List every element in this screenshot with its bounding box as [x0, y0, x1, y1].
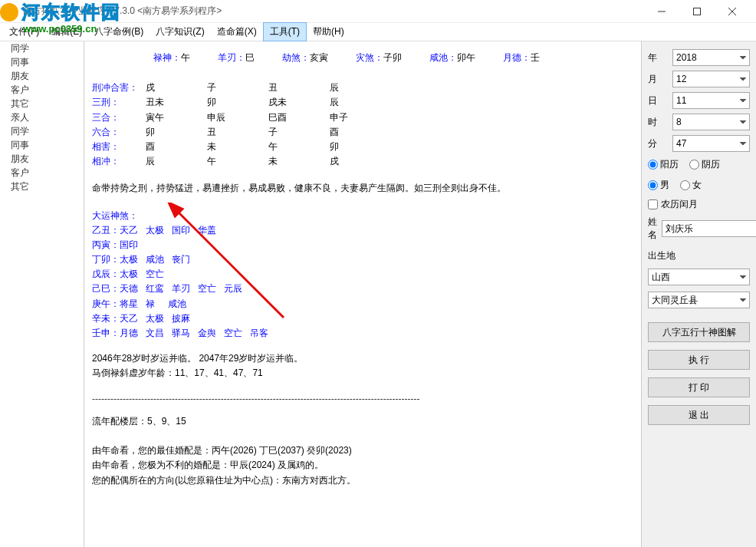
- solar-radio[interactable]: 阳历: [648, 158, 679, 171]
- close-button[interactable]: [715, 0, 750, 23]
- sidebar-item[interactable]: 亲人: [0, 110, 84, 124]
- female-radio[interactable]: 女: [680, 179, 702, 192]
- app-icon: [6, 5, 18, 18]
- leap-month-checkbox[interactable]: [648, 199, 658, 209]
- name-label: 姓名: [648, 216, 657, 242]
- maximize-button[interactable]: [679, 0, 715, 23]
- male-radio[interactable]: 男: [648, 179, 669, 192]
- minimize-button[interactable]: [644, 0, 679, 23]
- sidebar-item[interactable]: 客户: [0, 166, 84, 180]
- main-content: 禄神：午 羊刃：巳 劫煞：亥寅 灾煞：子卯 咸池：卯午 月德：壬 刑冲合害：戌子…: [84, 41, 641, 547]
- menubar: 文件(F) 编辑(E) 八字命例(B) 八字知识(Z) 造命篇(X) 工具(T)…: [0, 23, 756, 41]
- lunar-radio[interactable]: 阴历: [689, 158, 720, 171]
- sidebar-item[interactable]: 客户: [0, 83, 84, 97]
- day-select[interactable]: 11: [672, 92, 750, 109]
- minute-label: 分: [648, 137, 668, 150]
- dayun-lines: 乙丑：天乙 太极 国印 华盖丙寅：国印丁卯：太极 咸池 丧门戊辰：太极 空亡己巳…: [92, 223, 635, 341]
- name-input[interactable]: [662, 220, 756, 237]
- shensha-row: 禄神：午 羊刃：巳 劫煞：亥寅 灾煞：子卯 咸池：卯午 月德：壬: [92, 51, 635, 65]
- minute-select[interactable]: 47: [672, 135, 750, 152]
- county-select[interactable]: 大同灵丘县: [648, 292, 750, 308]
- month-label: 月: [648, 73, 668, 86]
- sidebar-item[interactable]: 同学: [0, 41, 84, 55]
- menu-tools[interactable]: 工具(T): [263, 22, 307, 41]
- sidebar-item[interactable]: 朋友: [0, 152, 84, 166]
- titlebar: 南方排八字专业程序 V7.3.0 <南方易学系列程序>: [0, 0, 756, 23]
- menu-edit[interactable]: 编辑(E): [45, 23, 88, 41]
- year-select[interactable]: 2018: [672, 49, 750, 66]
- month-select[interactable]: 12: [672, 71, 750, 87]
- exit-button[interactable]: 退 出: [648, 405, 750, 425]
- sex-radio-group: 男 女: [648, 177, 750, 193]
- day-label: 日: [648, 94, 668, 107]
- sidebar-item[interactable]: 同事: [0, 138, 84, 152]
- right-panel: 年 2018 月 12 日 11 时 8 分 47 阳历 阴历 男 女 农历: [641, 41, 756, 547]
- year-label: 年: [648, 51, 668, 64]
- leap-month-label: 农历闰月: [661, 198, 698, 211]
- sidebar-item[interactable]: 朋友: [0, 69, 84, 83]
- menu-bazi-examples[interactable]: 八字命例(B): [88, 23, 150, 41]
- menu-help[interactable]: 帮助(H): [307, 23, 350, 41]
- menu-file[interactable]: 文件(F): [3, 23, 45, 41]
- fate-note: 命带持势之刑，持势猛进，易遭挫折，易成易败，健康不良，夫妻易产生隔阂。如三刑全则…: [92, 181, 635, 196]
- birthplace-label: 出生地: [648, 249, 750, 262]
- sidebar: 同学 同事 朋友 客户 其它 亲人 同学 同事 朋友 客户 其它: [0, 41, 84, 547]
- dayun-label: 大运神煞：: [92, 209, 635, 223]
- hour-select[interactable]: 8: [672, 114, 750, 130]
- hour-label: 时: [648, 116, 668, 129]
- extra-block: 流年配楼层：5、9、15 由年命看，您的最佳婚配是：丙午(2026) 丁巳(20…: [92, 414, 635, 488]
- menu-zaoming[interactable]: 造命篇(X): [211, 23, 263, 41]
- svg-rect-2: [694, 8, 701, 15]
- sidebar-item[interactable]: 同事: [0, 55, 84, 69]
- separator: ----------------------------------------…: [92, 392, 635, 407]
- print-button[interactable]: 打 印: [648, 377, 750, 397]
- run-button[interactable]: 执 行: [648, 350, 750, 370]
- window-title: 南方排八字专业程序 V7.3.0 <南方易学系列程序>: [23, 5, 644, 18]
- sidebar-item[interactable]: 其它: [0, 97, 84, 110]
- menu-bazi-knowledge[interactable]: 八字知识(Z): [150, 23, 210, 41]
- sidebar-item[interactable]: 同学: [0, 124, 84, 138]
- sidebar-item[interactable]: 其它: [0, 180, 84, 193]
- svg-point-0: [8, 7, 17, 16]
- calendar-radio-group: 阳历 阴历: [648, 157, 750, 173]
- year-lines: 2046年28岁时岁运并临。 2047年29岁时岁运并临。 马倒禄斜虚岁年龄：1…: [92, 351, 635, 381]
- xingchong-table: 刑冲合害：戌子丑辰三刑：丑未卯戌未辰三合：寅午申辰巳酉申子六合：卯丑子酉相害：酉…: [92, 81, 635, 169]
- province-select[interactable]: 山西: [648, 269, 750, 285]
- chart-button[interactable]: 八字五行十神图解: [648, 322, 750, 342]
